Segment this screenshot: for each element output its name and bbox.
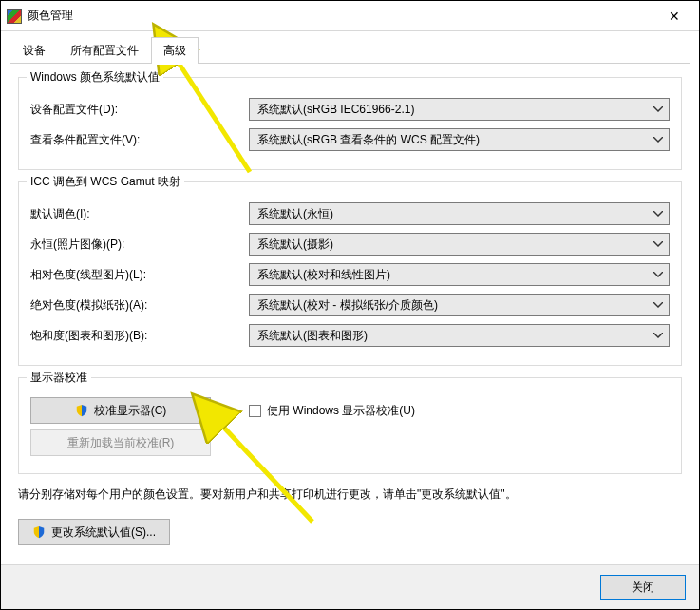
row-saturation-intent: 饱和度(图表和图形)(B): 系统默认(图表和图形) <box>30 323 670 348</box>
checkbox-use-windows-calibration[interactable]: 使用 Windows 显示器校准(U) <box>249 403 415 419</box>
chevron-down-icon <box>653 302 663 308</box>
shield-icon <box>32 525 46 539</box>
note-text: 请分别存储对每个用户的颜色设置。要对新用户和共享打印机进行更改，请单击"更改系统… <box>18 486 682 504</box>
group-title: Windows 颜色系统默认值 <box>27 69 163 86</box>
combo-viewing-profile[interactable]: 系统默认(sRGB 查看条件的 WCS 配置文件) <box>249 128 670 151</box>
combo-value: 系统默认(sRGB 查看条件的 WCS 配置文件) <box>257 132 480 148</box>
combo-value: 系统默认(摄影) <box>257 237 333 253</box>
tab-advanced[interactable]: 高级 <box>151 37 199 64</box>
close-icon: ✕ <box>669 9 680 24</box>
tabstrip: 设备 所有配置文件 高级 <box>1 31 699 64</box>
chevron-down-icon <box>653 272 663 277</box>
combo-device-profile[interactable]: 系统默认(sRGB IEC61966-2.1) <box>249 98 670 121</box>
button-label: 更改系统默认值(S)... <box>51 524 156 541</box>
tab-label: 设备 <box>23 44 46 57</box>
label-relative-intent: 相对色度(线型图片)(L): <box>30 267 249 283</box>
group-windows-defaults: Windows 颜色系统默认值 设备配置文件(D): 系统默认(sRGB IEC… <box>18 77 682 170</box>
change-system-defaults-button[interactable]: 更改系统默认值(S)... <box>18 519 170 545</box>
label-device-profile: 设备配置文件(D): <box>30 102 249 118</box>
tab-all-profiles[interactable]: 所有配置文件 <box>58 37 151 64</box>
combo-absolute-intent[interactable]: 系统默认(校对 - 模拟纸张/介质颜色) <box>249 294 670 316</box>
label-default-intent: 默认调色(I): <box>30 206 249 222</box>
group-title: ICC 调色到 WCS Gamut 映射 <box>27 174 184 190</box>
row-reload-calibration: 重新加载当前校准(R) <box>30 429 670 456</box>
group-display-calibration: 显示器校准 校准显示器(C) 使用 Windows 显示器校准(U) <box>18 377 682 474</box>
chevron-down-icon <box>653 211 663 217</box>
combo-saturation-intent[interactable]: 系统默认(图表和图形) <box>249 324 670 347</box>
chevron-down-icon <box>653 241 663 247</box>
label-absolute-intent: 绝对色度(模拟纸张)(A): <box>30 297 249 314</box>
chevron-down-icon <box>653 106 663 112</box>
window-title: 颜色管理 <box>28 8 653 24</box>
close-button[interactable]: 关闭 <box>600 575 686 600</box>
combo-value: 系统默认(永恒) <box>257 206 333 222</box>
chevron-down-icon <box>653 137 663 143</box>
tab-label: 高级 <box>163 44 186 57</box>
row-perceptual-intent: 永恒(照片图像)(P): 系统默认(摄影) <box>30 232 670 257</box>
tab-devices[interactable]: 设备 <box>10 37 58 64</box>
label-perceptual-intent: 永恒(照片图像)(P): <box>30 237 249 253</box>
row-calibrate: 校准显示器(C) 使用 Windows 显示器校准(U) <box>30 397 670 424</box>
row-absolute-intent: 绝对色度(模拟纸张)(A): 系统默认(校对 - 模拟纸张/介质颜色) <box>30 293 670 317</box>
group-title: 显示器校准 <box>27 370 91 386</box>
combo-value: 系统默认(校对 - 模拟纸张/介质颜色) <box>257 297 438 314</box>
label-saturation-intent: 饱和度(图表和图形)(B): <box>30 328 249 344</box>
combo-value: 系统默认(图表和图形) <box>257 328 368 344</box>
chevron-down-icon <box>653 333 663 338</box>
dialog-footer: 关闭 <box>1 564 699 609</box>
combo-value: 系统默认(sRGB IEC61966-2.1) <box>257 102 414 118</box>
row-relative-intent: 相对色度(线型图片)(L): 系统默认(校对和线性图片) <box>30 262 670 287</box>
calibrate-display-button[interactable]: 校准显示器(C) <box>30 397 211 424</box>
row-viewing-profile: 查看条件配置文件(V): 系统默认(sRGB 查看条件的 WCS 配置文件) <box>30 127 670 152</box>
reload-calibration-button: 重新加载当前校准(R) <box>30 429 211 456</box>
window-close-button[interactable]: ✕ <box>653 2 695 30</box>
app-icon <box>7 9 22 24</box>
row-device-profile: 设备配置文件(D): 系统默认(sRGB IEC61966-2.1) <box>30 97 670 122</box>
button-label: 关闭 <box>632 580 654 596</box>
row-default-intent: 默认调色(I): 系统默认(永恒) <box>30 201 670 226</box>
group-icc-gamut: ICC 调色到 WCS Gamut 映射 默认调色(I): 系统默认(永恒) 永… <box>18 181 682 366</box>
combo-value: 系统默认(校对和线性图片) <box>257 267 390 283</box>
checkbox-label: 使用 Windows 显示器校准(U) <box>267 403 415 419</box>
combo-perceptual-intent[interactable]: 系统默认(摄影) <box>249 233 670 256</box>
combo-default-intent[interactable]: 系统默认(永恒) <box>249 202 670 225</box>
checkbox-box-icon <box>249 405 261 417</box>
shield-icon <box>75 404 88 417</box>
button-label: 校准显示器(C) <box>94 403 167 419</box>
combo-relative-intent[interactable]: 系统默认(校对和线性图片) <box>249 263 670 286</box>
titlebar: 颜色管理 ✕ <box>1 1 699 31</box>
label-viewing-profile: 查看条件配置文件(V): <box>30 132 249 148</box>
tab-content: Windows 颜色系统默认值 设备配置文件(D): 系统默认(sRGB IEC… <box>1 64 699 553</box>
button-label: 重新加载当前校准(R) <box>67 435 175 451</box>
tab-label: 所有配置文件 <box>70 44 139 57</box>
